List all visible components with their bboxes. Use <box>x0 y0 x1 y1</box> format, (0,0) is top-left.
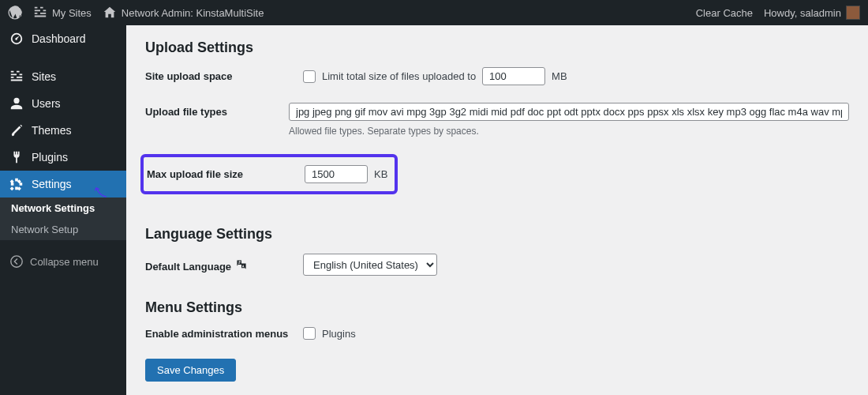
menu-settings[interactable]: Settings <box>0 171 126 198</box>
menu-sites-label: Sites <box>32 70 56 83</box>
brush-icon <box>9 123 24 137</box>
network-admin-link[interactable]: Network Admin: KinstaMultiSite <box>103 6 264 20</box>
admin-sidebar: Dashboard Sites Users Themes Plugins Set… <box>0 25 126 395</box>
upload-settings-heading: Upload Settings <box>145 40 849 56</box>
clear-cache-label: Clear Cache <box>696 7 753 19</box>
limit-total-input[interactable] <box>482 67 545 85</box>
avatar <box>846 6 860 20</box>
submenu-network-settings[interactable]: Network Settings <box>0 198 126 219</box>
max-upload-input[interactable] <box>305 165 368 183</box>
settings-submenu: Network Settings Network Setup <box>0 198 126 240</box>
my-sites-link[interactable]: My Sites <box>33 6 92 20</box>
kb-unit: KB <box>374 168 387 180</box>
menu-users[interactable]: Users <box>0 90 126 117</box>
admin-bar: My Sites Network Admin: KinstaMultiSite … <box>0 0 868 25</box>
default-language-select[interactable]: English (United States) <box>303 254 437 276</box>
row-default-language: Default Language English (United States) <box>145 254 849 276</box>
upload-file-types-label: Upload file types <box>145 103 289 118</box>
svg-point-0 <box>11 256 22 267</box>
menu-users-label: Users <box>32 97 61 110</box>
default-language-label: Default Language <box>145 258 303 273</box>
my-sites-label: My Sites <box>52 7 92 19</box>
dashboard-icon <box>9 32 24 46</box>
row-enable-admin-menus: Enable administration menus Plugins <box>145 327 849 340</box>
sites-icon <box>33 6 47 20</box>
collapse-icon <box>9 254 24 269</box>
menu-themes[interactable]: Themes <box>0 117 126 144</box>
plugins-checkbox[interactable] <box>303 327 316 340</box>
translate-icon <box>234 258 249 272</box>
plug-icon <box>9 150 24 164</box>
site-upload-space-label: Site upload space <box>145 70 303 82</box>
users-icon <box>9 96 24 111</box>
mb-unit: MB <box>552 70 567 82</box>
main-content: Upload Settings Site upload space Limit … <box>126 25 868 395</box>
settings-icon <box>9 177 24 191</box>
enable-admin-menus-label: Enable administration menus <box>145 328 303 340</box>
howdy-label: Howdy, saladmin <box>764 7 841 19</box>
network-admin-label: Network Admin: KinstaMultiSite <box>122 7 264 19</box>
sites-menu-icon <box>9 70 24 84</box>
limit-total-text: Limit total size of files uploaded to <box>322 70 476 82</box>
wp-logo[interactable] <box>8 6 22 20</box>
limit-total-checkbox[interactable] <box>303 70 316 83</box>
row-upload-file-types: Upload file types Allowed file types. Se… <box>145 103 849 137</box>
menu-plugins-label: Plugins <box>32 151 68 164</box>
menu-plugins[interactable]: Plugins <box>0 144 126 171</box>
menu-themes-label: Themes <box>32 124 72 137</box>
menu-dashboard[interactable]: Dashboard <box>0 25 126 52</box>
home-icon <box>103 6 117 20</box>
collapse-menu[interactable]: Collapse menu <box>0 246 126 276</box>
allowed-file-types-desc: Allowed file types. Separate types by sp… <box>289 126 849 137</box>
max-upload-label: Max upload file size <box>147 168 305 180</box>
plugins-option-label: Plugins <box>322 328 356 340</box>
collapse-label: Collapse menu <box>30 256 99 268</box>
highlight-max-upload: Max upload file size KB <box>140 154 398 194</box>
menu-settings-heading: Menu Settings <box>145 299 849 316</box>
menu-dashboard-label: Dashboard <box>32 32 86 45</box>
menu-settings-label: Settings <box>32 178 72 190</box>
submenu-network-setup[interactable]: Network Setup <box>0 219 126 240</box>
wordpress-icon <box>8 6 22 20</box>
clear-cache-link[interactable]: Clear Cache <box>696 7 753 19</box>
upload-file-types-input[interactable] <box>289 103 849 121</box>
row-site-upload-space: Site upload space Limit total size of fi… <box>145 67 849 85</box>
menu-sites[interactable]: Sites <box>0 63 126 90</box>
language-settings-heading: Language Settings <box>145 226 849 243</box>
howdy-link[interactable]: Howdy, saladmin <box>764 6 860 20</box>
save-changes-button[interactable]: Save Changes <box>145 359 236 382</box>
